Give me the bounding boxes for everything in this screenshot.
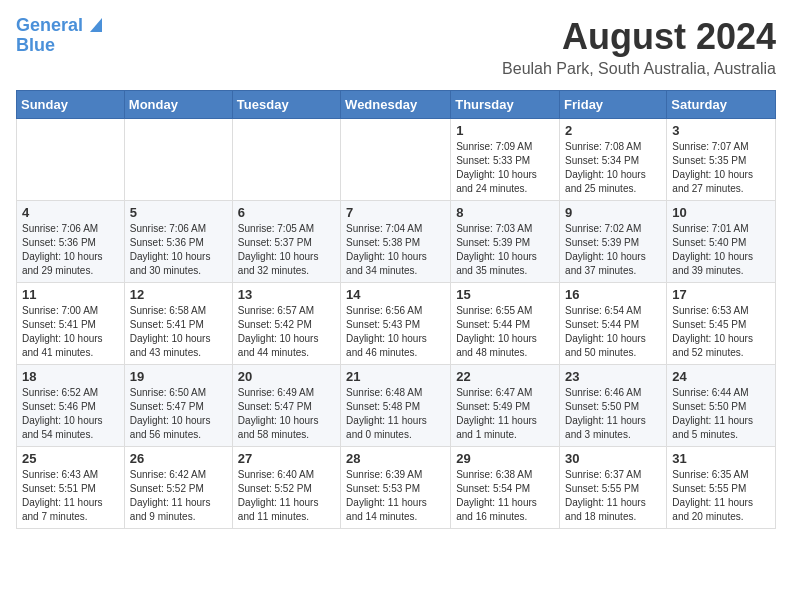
calendar-cell: 13Sunrise: 6:57 AM Sunset: 5:42 PM Dayli… <box>232 283 340 365</box>
day-number: 16 <box>565 287 661 302</box>
day-number: 17 <box>672 287 770 302</box>
calendar-cell <box>17 119 125 201</box>
calendar-cell: 7Sunrise: 7:04 AM Sunset: 5:38 PM Daylig… <box>341 201 451 283</box>
day-number: 21 <box>346 369 445 384</box>
calendar-week-row: 1Sunrise: 7:09 AM Sunset: 5:33 PM Daylig… <box>17 119 776 201</box>
day-info: Sunrise: 7:04 AM Sunset: 5:38 PM Dayligh… <box>346 222 445 278</box>
calendar-cell: 21Sunrise: 6:48 AM Sunset: 5:48 PM Dayli… <box>341 365 451 447</box>
day-number: 9 <box>565 205 661 220</box>
calendar-cell: 22Sunrise: 6:47 AM Sunset: 5:49 PM Dayli… <box>451 365 560 447</box>
day-number: 28 <box>346 451 445 466</box>
calendar-cell: 2Sunrise: 7:08 AM Sunset: 5:34 PM Daylig… <box>560 119 667 201</box>
day-info: Sunrise: 7:05 AM Sunset: 5:37 PM Dayligh… <box>238 222 335 278</box>
day-info: Sunrise: 6:38 AM Sunset: 5:54 PM Dayligh… <box>456 468 554 524</box>
calendar-cell: 24Sunrise: 6:44 AM Sunset: 5:50 PM Dayli… <box>667 365 776 447</box>
calendar-cell: 3Sunrise: 7:07 AM Sunset: 5:35 PM Daylig… <box>667 119 776 201</box>
day-number: 24 <box>672 369 770 384</box>
day-info: Sunrise: 7:07 AM Sunset: 5:35 PM Dayligh… <box>672 140 770 196</box>
day-info: Sunrise: 7:08 AM Sunset: 5:34 PM Dayligh… <box>565 140 661 196</box>
day-number: 29 <box>456 451 554 466</box>
day-info: Sunrise: 6:44 AM Sunset: 5:50 PM Dayligh… <box>672 386 770 442</box>
calendar-week-row: 18Sunrise: 6:52 AM Sunset: 5:46 PM Dayli… <box>17 365 776 447</box>
title-block: August 2024 Beulah Park, South Australia… <box>502 16 776 78</box>
calendar-cell: 11Sunrise: 7:00 AM Sunset: 5:41 PM Dayli… <box>17 283 125 365</box>
calendar-cell: 12Sunrise: 6:58 AM Sunset: 5:41 PM Dayli… <box>124 283 232 365</box>
day-number: 6 <box>238 205 335 220</box>
day-info: Sunrise: 6:55 AM Sunset: 5:44 PM Dayligh… <box>456 304 554 360</box>
day-number: 20 <box>238 369 335 384</box>
day-number: 13 <box>238 287 335 302</box>
calendar-cell: 28Sunrise: 6:39 AM Sunset: 5:53 PM Dayli… <box>341 447 451 529</box>
calendar-cell <box>341 119 451 201</box>
day-info: Sunrise: 6:47 AM Sunset: 5:49 PM Dayligh… <box>456 386 554 442</box>
calendar-cell: 15Sunrise: 6:55 AM Sunset: 5:44 PM Dayli… <box>451 283 560 365</box>
weekday-header-saturday: Saturday <box>667 91 776 119</box>
calendar-cell: 1Sunrise: 7:09 AM Sunset: 5:33 PM Daylig… <box>451 119 560 201</box>
day-info: Sunrise: 6:53 AM Sunset: 5:45 PM Dayligh… <box>672 304 770 360</box>
calendar-cell: 30Sunrise: 6:37 AM Sunset: 5:55 PM Dayli… <box>560 447 667 529</box>
calendar-week-row: 25Sunrise: 6:43 AM Sunset: 5:51 PM Dayli… <box>17 447 776 529</box>
calendar-cell: 4Sunrise: 7:06 AM Sunset: 5:36 PM Daylig… <box>17 201 125 283</box>
calendar-cell: 29Sunrise: 6:38 AM Sunset: 5:54 PM Dayli… <box>451 447 560 529</box>
day-info: Sunrise: 6:40 AM Sunset: 5:52 PM Dayligh… <box>238 468 335 524</box>
day-info: Sunrise: 7:09 AM Sunset: 5:33 PM Dayligh… <box>456 140 554 196</box>
day-info: Sunrise: 6:43 AM Sunset: 5:51 PM Dayligh… <box>22 468 119 524</box>
calendar-cell: 17Sunrise: 6:53 AM Sunset: 5:45 PM Dayli… <box>667 283 776 365</box>
day-number: 3 <box>672 123 770 138</box>
calendar-cell: 23Sunrise: 6:46 AM Sunset: 5:50 PM Dayli… <box>560 365 667 447</box>
day-number: 10 <box>672 205 770 220</box>
calendar-cell: 25Sunrise: 6:43 AM Sunset: 5:51 PM Dayli… <box>17 447 125 529</box>
day-number: 19 <box>130 369 227 384</box>
calendar-week-row: 4Sunrise: 7:06 AM Sunset: 5:36 PM Daylig… <box>17 201 776 283</box>
calendar-cell <box>124 119 232 201</box>
day-info: Sunrise: 6:56 AM Sunset: 5:43 PM Dayligh… <box>346 304 445 360</box>
day-number: 7 <box>346 205 445 220</box>
day-number: 18 <box>22 369 119 384</box>
logo-text: General <box>16 16 83 36</box>
calendar-cell: 14Sunrise: 6:56 AM Sunset: 5:43 PM Dayli… <box>341 283 451 365</box>
day-info: Sunrise: 6:50 AM Sunset: 5:47 PM Dayligh… <box>130 386 227 442</box>
day-info: Sunrise: 6:46 AM Sunset: 5:50 PM Dayligh… <box>565 386 661 442</box>
calendar-cell: 26Sunrise: 6:42 AM Sunset: 5:52 PM Dayli… <box>124 447 232 529</box>
location-title: Beulah Park, South Australia, Australia <box>502 60 776 78</box>
day-info: Sunrise: 6:49 AM Sunset: 5:47 PM Dayligh… <box>238 386 335 442</box>
month-title: August 2024 <box>502 16 776 58</box>
logo-subtext: Blue <box>16 36 106 56</box>
day-number: 22 <box>456 369 554 384</box>
day-info: Sunrise: 7:01 AM Sunset: 5:40 PM Dayligh… <box>672 222 770 278</box>
day-info: Sunrise: 6:57 AM Sunset: 5:42 PM Dayligh… <box>238 304 335 360</box>
day-number: 12 <box>130 287 227 302</box>
calendar-cell: 8Sunrise: 7:03 AM Sunset: 5:39 PM Daylig… <box>451 201 560 283</box>
day-info: Sunrise: 6:35 AM Sunset: 5:55 PM Dayligh… <box>672 468 770 524</box>
day-info: Sunrise: 6:54 AM Sunset: 5:44 PM Dayligh… <box>565 304 661 360</box>
calendar-cell: 10Sunrise: 7:01 AM Sunset: 5:40 PM Dayli… <box>667 201 776 283</box>
calendar-cell: 6Sunrise: 7:05 AM Sunset: 5:37 PM Daylig… <box>232 201 340 283</box>
weekday-header-monday: Monday <box>124 91 232 119</box>
day-number: 15 <box>456 287 554 302</box>
calendar-week-row: 11Sunrise: 7:00 AM Sunset: 5:41 PM Dayli… <box>17 283 776 365</box>
page-header: General Blue August 2024 Beulah Park, So… <box>16 16 776 78</box>
day-number: 1 <box>456 123 554 138</box>
weekday-header-wednesday: Wednesday <box>341 91 451 119</box>
calendar-cell: 16Sunrise: 6:54 AM Sunset: 5:44 PM Dayli… <box>560 283 667 365</box>
day-info: Sunrise: 6:39 AM Sunset: 5:53 PM Dayligh… <box>346 468 445 524</box>
weekday-header-tuesday: Tuesday <box>232 91 340 119</box>
day-number: 30 <box>565 451 661 466</box>
day-info: Sunrise: 6:58 AM Sunset: 5:41 PM Dayligh… <box>130 304 227 360</box>
day-number: 14 <box>346 287 445 302</box>
day-info: Sunrise: 7:06 AM Sunset: 5:36 PM Dayligh… <box>130 222 227 278</box>
weekday-header-friday: Friday <box>560 91 667 119</box>
day-info: Sunrise: 7:00 AM Sunset: 5:41 PM Dayligh… <box>22 304 119 360</box>
day-number: 4 <box>22 205 119 220</box>
calendar-cell: 18Sunrise: 6:52 AM Sunset: 5:46 PM Dayli… <box>17 365 125 447</box>
day-number: 26 <box>130 451 227 466</box>
calendar-cell: 19Sunrise: 6:50 AM Sunset: 5:47 PM Dayli… <box>124 365 232 447</box>
day-number: 8 <box>456 205 554 220</box>
day-info: Sunrise: 7:06 AM Sunset: 5:36 PM Dayligh… <box>22 222 119 278</box>
calendar-table: SundayMondayTuesdayWednesdayThursdayFrid… <box>16 90 776 529</box>
svg-marker-0 <box>90 18 102 32</box>
logo-icon <box>84 14 106 36</box>
day-number: 31 <box>672 451 770 466</box>
day-number: 11 <box>22 287 119 302</box>
calendar-cell <box>232 119 340 201</box>
